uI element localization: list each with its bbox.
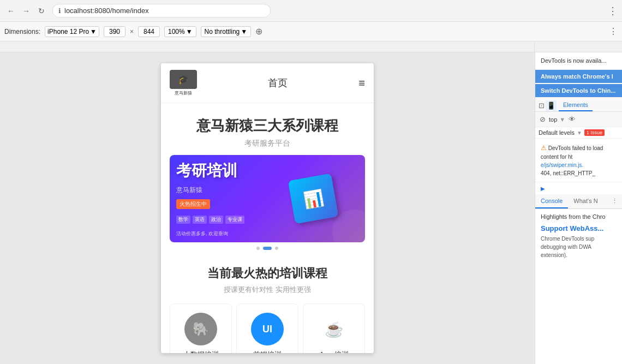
refresh-button[interactable]: ↻ <box>35 4 48 17</box>
course-label-bigdata: 大数据培训 <box>175 350 227 353</box>
device-dropdown[interactable]: iPhone 12 Pro ▼ <box>45 26 99 37</box>
main-area: 意马新猿 首页 ≡ 意马新猿三大系列课程 考研服务平台 考研培训 意马新猿 <box>0 52 622 364</box>
banner-tag-english: 英语 <box>193 216 207 224</box>
tab-console[interactable]: Console <box>535 194 568 208</box>
dot-3[interactable] <box>275 247 278 250</box>
device-mode-icon[interactable]: 📱 <box>546 100 557 111</box>
devtools-bottom-tabs: Console What's N ⋮ <box>535 194 622 209</box>
section-title: 当前最火热的培训课程 <box>161 254 374 285</box>
lock-icon: ℹ <box>58 7 61 15</box>
banner-tag-major: 专业课 <box>225 216 244 224</box>
issues-badge: 1 Issue <box>584 129 605 136</box>
ruler-devtools <box>535 41 622 52</box>
ruler <box>0 41 622 52</box>
banner-content: 考研培训 意马新猿 火热招生中 数学 英语 政治 专业课 活动价 <box>170 155 365 242</box>
mobile-frame: 意马新猿 首页 ≡ 意马新猿三大系列课程 考研服务平台 考研培训 意马新猿 <box>161 63 374 353</box>
support-text: Chrome DevTools sup debugging with DWA e… <box>541 235 617 259</box>
hero-subtitle: 考研服务平台 <box>170 139 365 148</box>
support-title: Support WebAss... <box>541 224 617 232</box>
banner-badge: 火热招生中 <box>176 199 210 209</box>
bottom-more-button[interactable]: ⋮ <box>607 194 622 208</box>
devtools-toolbar: Dimensions: iPhone 12 Pro ▼ × 100% ▼ No … <box>0 22 622 41</box>
inspect-icon[interactable]: ⊡ <box>539 102 545 110</box>
course-icon-java: ☕ <box>318 313 350 345</box>
course-icon-frontend: UI <box>251 313 284 345</box>
nav-buttons: ← → ↻ <box>4 4 48 17</box>
devtools-icons-row: ⊘ top ▼ 👁 <box>535 112 622 127</box>
banner-bottom-text: 活动价惠多多, 欢迎垂询 <box>176 230 267 237</box>
course-card-java[interactable]: ☕ Java培训 <box>303 303 365 353</box>
course-label-frontend: 前端培训 <box>241 350 294 353</box>
ruler-main <box>0 41 535 52</box>
levels-dropdown-arrow[interactable]: ▼ <box>577 130 582 136</box>
banner-subtitle: 意马新猿 <box>176 186 267 195</box>
error-link[interactable]: e/js/swiper.min.js. <box>541 162 583 168</box>
width-input[interactable] <box>104 26 125 37</box>
browser-viewport: 意马新猿 首页 ≡ 意马新猿三大系列课程 考研服务平台 考研培训 意马新猿 <box>0 52 535 364</box>
rotate-button[interactable]: ⊕ <box>255 26 262 37</box>
devtools-error: ⚠ DevTools failed to load content for ht… <box>535 139 622 182</box>
banner-title: 考研培训 <box>176 160 267 181</box>
address-bar[interactable]: ℹ localhost:8080/home/index <box>52 4 271 17</box>
devtools-bottom-content: Highlights from the Chro Support WebAss.… <box>535 209 622 264</box>
back-button[interactable]: ← <box>4 4 17 17</box>
eye-icon[interactable]: 👁 <box>567 114 577 124</box>
section-subtitle: 授课更有针对性 实用性更强 <box>161 285 374 303</box>
devtools-levels-row: Default levels ▼ 1 Issue <box>535 127 622 139</box>
banner[interactable]: 考研培训 意马新猿 火热招生中 数学 英语 政治 专业课 活动价 <box>170 155 365 242</box>
dot-2-active[interactable] <box>263 247 272 250</box>
devtools-bottom: Console What's N ⋮ Highlights from the C… <box>535 194 622 364</box>
logo-text: 意马新猿 <box>175 90 192 96</box>
page-header: 意马新猿 首页 ≡ <box>161 63 374 103</box>
banner-right: 📊 <box>267 160 358 237</box>
ban-icon[interactable]: ⊘ <box>539 114 547 124</box>
course-label-java: Java培训 <box>308 350 360 353</box>
always-match-button[interactable]: Always match Chrome's l <box>535 70 622 83</box>
expand-button[interactable]: ▶ <box>541 186 545 192</box>
error-detail: 404, net::ERR_HTTP_ <box>541 170 595 176</box>
top-label: top <box>549 116 557 123</box>
dot-1[interactable] <box>256 247 260 250</box>
zoom-dropdown[interactable]: 100% ▼ <box>164 26 196 37</box>
error-text: DevTools failed to load content for ht <box>541 145 603 160</box>
devtools-tabs: ⊡ 📱 Elements <box>535 97 622 112</box>
hero-title: 意马新猿三大系列课程 <box>170 116 365 135</box>
throttle-dropdown[interactable]: No throttling ▼ <box>201 26 252 37</box>
tab-elements[interactable]: Elements <box>559 99 593 111</box>
logo-area: 意马新猿 <box>170 70 197 96</box>
top-dropdown-arrow[interactable]: ▼ <box>559 116 565 123</box>
tab-whats-new[interactable]: What's N <box>568 194 603 208</box>
course-card-frontend[interactable]: UI 前端培训 <box>236 303 298 353</box>
devtools-notification: DevTools is now availa... <box>535 52 622 70</box>
logo-image <box>170 70 197 89</box>
height-input[interactable] <box>138 26 160 37</box>
browser-bar: ← → ↻ ℹ localhost:8080/home/index ⋮ <box>0 0 622 22</box>
dimension-separator: × <box>130 28 134 35</box>
devtools-panel: DevTools is now availa... Always match C… <box>535 52 622 364</box>
nav-title: 首页 <box>268 76 288 89</box>
banner-tag-math: 数学 <box>176 216 190 224</box>
warning-icon: ⚠ <box>541 144 547 152</box>
course-card-bigdata[interactable]: 🐘 大数据培训 <box>170 303 232 353</box>
banner-wrapper: 考研培训 意马新猿 火热招生中 数学 英语 政治 专业课 活动价 <box>161 155 374 242</box>
address-text: localhost:8080/home/index <box>64 7 149 15</box>
hamburger-icon[interactable]: ≡ <box>358 77 365 89</box>
banner-tags: 数学 英语 政治 专业课 <box>176 216 267 224</box>
more-button[interactable]: ⋮ <box>608 5 618 17</box>
switch-devtools-button[interactable]: Switch DevTools to Chin... <box>535 84 622 97</box>
banner-3d-graphic: 📊 <box>288 174 338 224</box>
hero-section: 意马新猿三大系列课程 考研服务平台 <box>161 103 374 155</box>
forward-button[interactable]: → <box>20 4 33 17</box>
banner-tag-politics: 政治 <box>209 216 223 224</box>
default-levels-text[interactable]: Default levels <box>539 129 575 136</box>
course-grid: 🐘 大数据培训 UI 前端培训 ☕ Java培训 <box>161 303 374 353</box>
banner-left: 考研培训 意马新猿 火热招生中 数学 英语 政治 专业课 活动价 <box>176 160 267 237</box>
dimension-label: Dimensions: <box>4 28 40 35</box>
highlights-text: Highlights from the Chro <box>541 213 617 220</box>
dots-indicator <box>161 242 374 254</box>
toolbar-more-button[interactable]: ⋮ <box>609 26 618 37</box>
course-icon-bigdata: 🐘 <box>184 313 217 345</box>
